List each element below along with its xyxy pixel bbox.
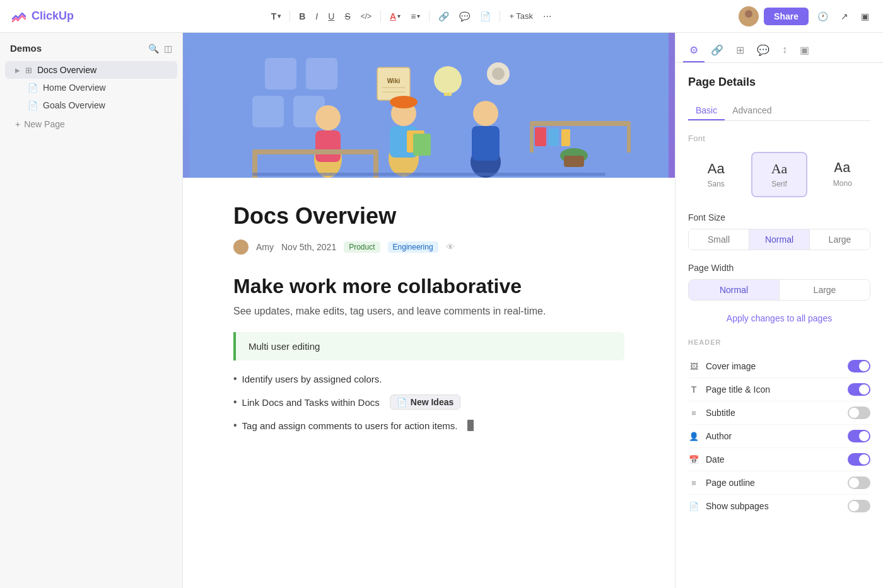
sidebar-search-icon[interactable]: 🔍 — [148, 43, 159, 54]
author-avatar — [233, 239, 249, 255]
font-size-normal[interactable]: Normal — [749, 229, 809, 250]
avatar — [739, 6, 759, 26]
sidebar-item-label: Goals Overview — [43, 100, 105, 110]
toolbar-strikethrough[interactable]: S — [341, 9, 354, 24]
history-button[interactable]: 🕐 — [814, 9, 832, 24]
export-button[interactable]: ↗ — [837, 9, 852, 24]
svg-rect-33 — [530, 126, 534, 153]
toggle-row-author: 👤 Author — [688, 425, 870, 448]
toggle-page-title[interactable] — [848, 383, 870, 396]
panel-subtabs: Basic Advanced — [688, 101, 870, 121]
page-width-normal[interactable]: Normal — [689, 280, 779, 300]
toolbar-underline[interactable]: U — [324, 9, 338, 24]
svg-rect-12 — [444, 93, 452, 96]
toggle-subtitle[interactable] — [848, 406, 870, 419]
tab-sort[interactable]: ↕ — [776, 39, 793, 62]
new-ideas-badge[interactable]: 📄 New Ideas — [390, 395, 460, 410]
add-label: New Page — [24, 119, 65, 129]
font-option-serif[interactable]: Aa Serif — [751, 152, 807, 197]
toggle-cover-image[interactable] — [848, 360, 870, 372]
font-preview-sans: Aa — [708, 161, 725, 177]
font-size-large[interactable]: Large — [809, 229, 870, 250]
font-preview-serif: Aa — [771, 161, 788, 177]
share-button[interactable]: Share — [764, 8, 809, 25]
toggle-label-author: 👤 Author — [688, 430, 732, 442]
toggle-label-page-outline: ≡ Page outline — [688, 477, 755, 488]
tab-link[interactable]: 🔗 — [705, 39, 730, 62]
tab-grid[interactable]: ⊞ — [730, 39, 751, 62]
toggle-date[interactable] — [848, 453, 870, 466]
toolbar-link[interactable]: 🔗 — [435, 9, 453, 24]
bullet-text-2: Tag and assign comments to users for act… — [242, 420, 458, 431]
cover-image: Wiki — [183, 33, 675, 178]
toggle-author[interactable] — [848, 430, 870, 442]
subtab-basic[interactable]: Basic — [688, 101, 725, 120]
panel-title: Page Details — [688, 76, 870, 89]
document-content: Wiki — [183, 33, 675, 588]
document-body: Docs Overview Amy Nov 5th, 2021 Product … — [183, 178, 675, 469]
document-heading: Make work more collaborative — [233, 275, 624, 298]
toolbar-color[interactable]: A ▾ — [386, 9, 404, 24]
bullet-text-0: Identify users by assigned colors. — [242, 374, 382, 384]
tag-engineering[interactable]: Engineering — [388, 241, 438, 253]
page-width-large[interactable]: Large — [779, 280, 870, 300]
tab-comment[interactable]: 💬 — [751, 39, 776, 62]
svg-rect-31 — [564, 156, 584, 167]
tag-product[interactable]: Product — [344, 241, 380, 253]
sidebar-item-goals-overview[interactable]: 📄 Goals Overview — [5, 96, 177, 114]
sidebar-collapse-icon[interactable]: ◫ — [164, 43, 172, 54]
font-size-options: Small Normal Large — [688, 229, 870, 250]
page-width-label: Page Width — [688, 263, 870, 273]
font-size-label: Font Size — [688, 212, 870, 222]
toggle-row-date: 📅 Date — [688, 448, 870, 471]
toolbar-text[interactable]: T ▾ — [267, 9, 285, 24]
toggle-row-page-outline: ≡ Page outline — [688, 471, 870, 495]
toggle-show-subpages[interactable] — [848, 500, 870, 512]
svg-point-23 — [473, 101, 498, 126]
badge-doc-icon: 📄 — [397, 398, 407, 407]
bullet-item-0: Identify users by assigned colors. — [233, 373, 624, 384]
toggle-row-subtitle: ≡ Subtitle — [688, 401, 870, 425]
toolbar-doc[interactable]: 📄 — [476, 9, 494, 24]
svg-rect-34 — [627, 126, 631, 153]
toggle-label-page-title: T Page title & Icon — [688, 384, 770, 395]
svg-rect-27 — [252, 149, 378, 154]
page-width-options: Normal Large — [688, 279, 870, 301]
svg-rect-32 — [530, 121, 631, 126]
toggle-page-outline[interactable] — [848, 476, 870, 489]
toolbar-comment[interactable]: 💬 — [455, 9, 474, 24]
toolbar-align[interactable]: ≡ ▾ — [407, 9, 424, 24]
sidebar-item-home-overview[interactable]: 📄 Home Overview — [5, 79, 177, 96]
add-icon: + — [15, 119, 20, 129]
badge-label: New Ideas — [411, 397, 453, 407]
add-new-page[interactable]: + New Page — [5, 115, 177, 133]
sidebar-item-docs-overview[interactable]: ▶ ⊞ Docs Overview — [5, 61, 177, 79]
svg-rect-35 — [535, 127, 546, 146]
tab-layout[interactable]: ▣ — [793, 39, 816, 62]
subtitle-icon: ≡ — [688, 407, 699, 418]
layout-button[interactable]: ▣ — [857, 9, 873, 24]
subtab-advanced[interactable]: Advanced — [725, 101, 779, 120]
apply-changes-link[interactable]: Apply changes to all pages — [688, 313, 870, 323]
font-label-sans: Sans — [707, 180, 724, 188]
toolbar-task[interactable]: + Task — [505, 9, 537, 23]
blockquote: Multi user editing — [233, 332, 624, 360]
font-option-sans[interactable]: Aa Sans — [688, 152, 744, 197]
text-cursor — [467, 420, 474, 431]
tab-settings[interactable]: ⚙ — [683, 39, 705, 62]
svg-rect-4 — [306, 58, 337, 89]
toolbar-italic[interactable]: I — [312, 9, 322, 24]
visibility-icon: 👁 — [446, 242, 455, 252]
sidebar-header: Demos 🔍 ◫ — [0, 40, 182, 61]
toolbar-more[interactable]: ··· — [539, 8, 555, 25]
toggle-row-page-title: T Page title & Icon — [688, 378, 870, 401]
right-panel-tabs: ⚙ 🔗 ⊞ 💬 ↕ ▣ — [675, 33, 883, 63]
svg-point-0 — [745, 10, 752, 18]
svg-rect-24 — [472, 126, 500, 161]
font-option-mono[interactable]: Aa Mono — [815, 152, 870, 197]
toolbar-bold[interactable]: B — [295, 9, 309, 24]
font-size-small[interactable]: Small — [689, 229, 749, 250]
toolbar-code[interactable]: </> — [357, 9, 375, 23]
toggle-row-cover-image: 🖼 Cover image — [688, 355, 870, 378]
app-logo[interactable]: ClickUp — [10, 8, 74, 25]
